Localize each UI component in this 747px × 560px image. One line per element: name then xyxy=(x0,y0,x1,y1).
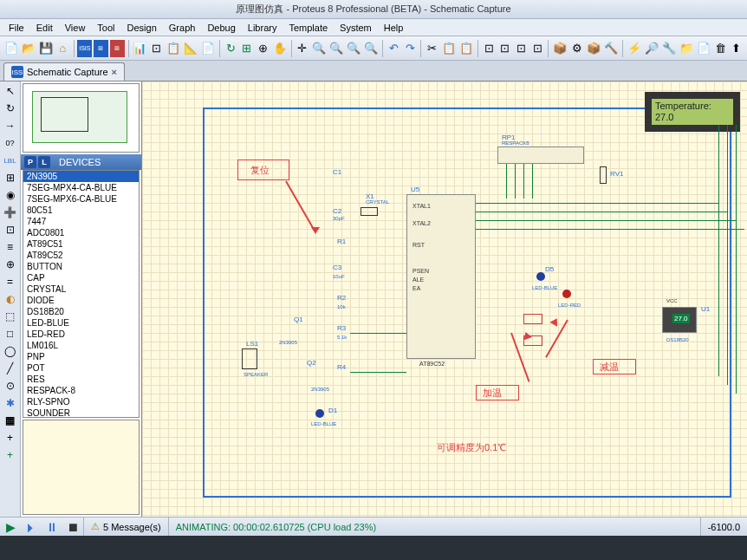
isis-icon[interactable]: ISIS xyxy=(77,40,92,57)
menu-debug[interactable]: Debug xyxy=(202,21,240,35)
list-item[interactable]: PNP xyxy=(23,351,139,362)
decompose-icon[interactable]: 🔨 xyxy=(603,40,619,57)
list-item[interactable]: RLY-SPNO xyxy=(23,396,139,407)
block-delete-icon[interactable]: ⊡ xyxy=(530,40,545,57)
home-icon[interactable]: ⌂ xyxy=(55,40,70,57)
list-item[interactable]: SOUNDER xyxy=(23,407,139,418)
list-item[interactable]: RES xyxy=(23,374,139,385)
pin-icon[interactable]: ⊕ xyxy=(2,257,19,272)
search-icon[interactable]: 🔎 xyxy=(644,40,659,57)
paste-icon[interactable]: 📋 xyxy=(458,40,474,57)
crystal[interactable] xyxy=(361,207,378,216)
speaker[interactable] xyxy=(242,348,257,369)
list-item[interactable]: DS18B20 xyxy=(23,306,139,317)
list-item[interactable]: ADC0801 xyxy=(23,227,139,238)
text-script-icon[interactable]: ◉ xyxy=(2,187,19,203)
list-item[interactable]: AT89C51 xyxy=(23,238,139,250)
cut-icon[interactable]: ✂ xyxy=(425,40,439,57)
list-item[interactable]: AT89C52 xyxy=(23,250,139,261)
list-item[interactable]: 2N3905 xyxy=(23,171,139,182)
package-icon[interactable]: 📦 xyxy=(586,40,601,57)
list-item[interactable]: CAP xyxy=(23,272,139,283)
copy-icon[interactable]: 📋 xyxy=(441,40,457,57)
2d-box-icon[interactable]: ◯ xyxy=(2,343,19,359)
pick-parts-icon[interactable]: P xyxy=(24,156,36,168)
zoom-out-icon[interactable]: 🔍 xyxy=(328,40,344,57)
block-rotate-icon[interactable]: ⊡ xyxy=(514,40,529,57)
delete-sheet-icon[interactable]: 🗑 xyxy=(713,40,728,57)
2d-arc-icon[interactable]: ⊙ xyxy=(2,378,19,394)
list-item[interactable]: RESPACK-8 xyxy=(23,385,139,396)
center-icon[interactable]: ✛ xyxy=(296,40,310,57)
redo-icon[interactable]: ↷ xyxy=(403,40,418,57)
play-button[interactable]: ▶ xyxy=(1,519,20,535)
list-item[interactable]: LED-RED xyxy=(23,329,139,340)
component-mode-icon[interactable]: → xyxy=(2,118,19,133)
schematic-canvas[interactable]: Temperature: 27.0 U5 AT89C52 XTAL1 XTAL2… xyxy=(142,81,747,517)
list-item[interactable]: BUTTON xyxy=(23,261,139,272)
zoom-area-icon[interactable]: 🔍 xyxy=(363,40,379,57)
undo-icon[interactable]: ↶ xyxy=(386,40,401,57)
block-copy-icon[interactable]: ⊡ xyxy=(482,40,497,57)
terminal-icon[interactable]: ≡ xyxy=(2,239,19,255)
select-mode-icon[interactable]: ↖ xyxy=(2,83,19,99)
list-item[interactable]: 7447 xyxy=(23,216,139,227)
design-explorer-icon[interactable]: 📁 xyxy=(679,40,694,57)
list-item[interactable]: POT xyxy=(23,362,139,374)
property-icon[interactable]: 🔧 xyxy=(661,40,677,57)
grid-icon[interactable]: ⊞ xyxy=(239,40,254,57)
bus-icon[interactable]: ➕ xyxy=(2,205,19,220)
graph-icon[interactable]: = xyxy=(2,274,19,290)
led-red[interactable] xyxy=(562,290,571,298)
overview-window[interactable] xyxy=(23,83,140,153)
pick-icon[interactable]: 📦 xyxy=(552,40,568,57)
menu-library[interactable]: Library xyxy=(243,21,283,35)
list-item[interactable]: 7SEG-MPX6-CA-BLUE xyxy=(23,193,139,205)
messages-status[interactable]: ⚠ 5 Message(s) xyxy=(83,518,168,536)
menu-template[interactable]: Template xyxy=(283,21,333,35)
led-blue-d1[interactable] xyxy=(315,409,324,418)
button-heat[interactable] xyxy=(523,314,542,324)
list-item[interactable]: 80C51 xyxy=(23,205,139,216)
vsm-icon[interactable]: ⊞ xyxy=(110,40,125,57)
drc-icon[interactable]: 📐 xyxy=(183,40,198,57)
led-blue-d5[interactable] xyxy=(536,272,545,281)
menu-system[interactable]: System xyxy=(335,21,377,35)
step-button[interactable]: ⏵ xyxy=(22,519,41,535)
2d-line-icon[interactable]: □ xyxy=(2,326,19,342)
bom-icon[interactable]: 📋 xyxy=(166,40,181,57)
save-icon[interactable]: 💾 xyxy=(38,40,54,57)
close-icon[interactable]: × xyxy=(112,67,117,77)
menu-file[interactable]: File xyxy=(3,21,29,35)
list-item[interactable]: LM016L xyxy=(23,340,139,351)
menu-edit[interactable]: Edit xyxy=(31,21,58,35)
pot-rv1[interactable] xyxy=(600,166,607,184)
menu-graph[interactable]: Graph xyxy=(164,21,201,35)
pause-button[interactable]: ⏸ xyxy=(42,519,62,535)
devices-list[interactable]: 2N3905 7SEG-MPX4-CA-BLUE 7SEG-MPX6-CA-BL… xyxy=(23,170,140,418)
symbol-icon[interactable]: + xyxy=(2,430,19,446)
2d-path-icon[interactable]: ✱ xyxy=(2,395,19,411)
respack[interactable] xyxy=(497,147,584,164)
menu-help[interactable]: Help xyxy=(379,21,409,35)
rotate-cw-icon[interactable]: ↻ xyxy=(2,101,19,116)
block-move-icon[interactable]: ⊡ xyxy=(497,40,512,57)
zoom-in-icon[interactable]: 🔍 xyxy=(311,40,327,57)
tape-icon[interactable]: ◐ xyxy=(2,291,19,307)
menu-view[interactable]: View xyxy=(60,21,91,35)
new-icon[interactable]: 📄 xyxy=(3,40,19,57)
generator-icon[interactable]: ⬚ xyxy=(2,309,19,324)
2d-text-icon[interactable]: ▦ xyxy=(2,413,19,428)
wire-auto-icon[interactable]: ⚡ xyxy=(627,40,642,57)
pan-icon[interactable]: ✋ xyxy=(272,40,288,57)
subcircuit-icon[interactable]: ⊡ xyxy=(2,222,19,238)
gerber-icon[interactable]: ⊡ xyxy=(149,40,164,57)
new-sheet-icon[interactable]: 📄 xyxy=(696,40,711,57)
report-icon[interactable]: 📄 xyxy=(200,40,216,57)
list-item[interactable]: DIODE xyxy=(23,295,139,306)
menu-tool[interactable]: Tool xyxy=(92,21,120,35)
junction-icon[interactable]: LBL xyxy=(2,153,19,168)
menu-design[interactable]: Design xyxy=(122,21,162,35)
2d-circle-icon[interactable]: ╱ xyxy=(2,361,19,376)
libraries-icon[interactable]: L xyxy=(38,156,50,168)
